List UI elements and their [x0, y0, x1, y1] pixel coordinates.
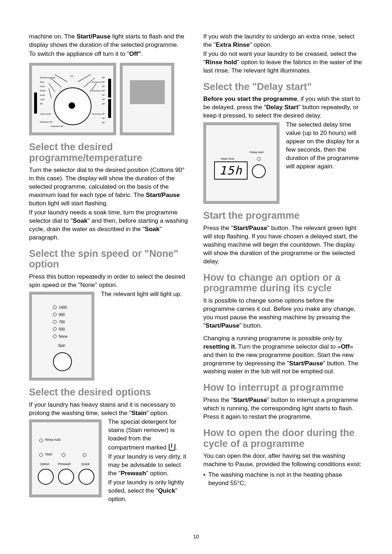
text: .	[176, 444, 178, 451]
dial-label-60: 60°	[102, 85, 105, 87]
stain-label: Stain	[45, 452, 53, 456]
dial-label-off: Off	[70, 75, 73, 77]
dial-label-30b: 30°	[102, 122, 105, 124]
spin-label: 700	[59, 320, 65, 324]
intro-paragraph-1: machine on. The Start/Pause light starts…	[29, 33, 189, 49]
start-paragraph-1: Press the "Start/Pause" button. The rele…	[203, 224, 363, 266]
right-marker-bar-1	[108, 79, 111, 98]
text: The special detergent for stains (Stain …	[108, 418, 176, 451]
bold-before-start: Before you start the programme	[203, 95, 297, 102]
spin-button-label: Spin	[58, 344, 65, 348]
delay-panel: Wash time Delay start 15h	[203, 122, 279, 204]
spin-label: 900	[59, 313, 65, 317]
dial-label-spin: Spin	[40, 81, 44, 83]
spin-paragraph-1: Press this button repeatedly in order to…	[29, 273, 189, 290]
delay-section-wrap: Wash time Delay start 15h The selected d…	[203, 121, 363, 204]
text: button light will start flashing.	[29, 200, 108, 207]
indicator-icon	[53, 305, 57, 309]
bold-start-pause: Start/Pause	[233, 225, 268, 231]
bold-rinse-hold: Rinse hold	[205, 59, 237, 66]
dial-label-econ40: Economy 40°	[92, 90, 105, 92]
text: Turn the programme selector dial to «	[237, 343, 341, 350]
change-paragraph-1: It is possible to change some options be…	[203, 297, 363, 330]
heading-change-option: How to change an option or a programme d…	[203, 272, 363, 294]
right-marker-bar-2	[108, 99, 111, 118]
quick-label: Quick	[81, 462, 90, 466]
wash-time-label: Wash time	[221, 157, 234, 160]
dial-label-drain: Drain	[40, 85, 45, 87]
dial-line	[54, 74, 67, 82]
delay-start-label: Delay start	[250, 151, 264, 154]
indicator-icon	[39, 439, 43, 442]
spin-section-wrap: 1400 900 700 500 None Spin The relevant …	[29, 290, 189, 381]
dial-label-soak: Soak	[40, 94, 45, 96]
bold-stain: Stain	[131, 410, 147, 416]
rinse-hold-paragraph: If you do not want your laundry to be cr…	[203, 50, 363, 75]
text: .	[141, 50, 143, 57]
text: Press the "	[203, 397, 233, 403]
quick-button-icon	[78, 469, 94, 485]
text: To switch the appliance off turn it to "	[29, 50, 129, 57]
indicator-icon	[53, 320, 57, 324]
indicator-icon	[257, 157, 261, 161]
intro-paragraph-2: To switch the appliance off turn it to "…	[29, 50, 189, 58]
spin-option-none: None	[53, 335, 68, 338]
dial-label-90: 90°	[102, 77, 105, 79]
dial-label-40b: 40°	[102, 117, 105, 119]
indicator-icon	[53, 335, 57, 338]
bold-prewash: Prewash	[121, 470, 146, 477]
extra-rinse-paragraph: If you wish the laundry to undergo an ex…	[203, 33, 363, 49]
bullet-text: The washing machine is not in the heatin…	[208, 471, 363, 488]
options-section-wrap: Rinse hold Stain Option Prewash Quick Th…	[29, 418, 189, 504]
two-column-layout: machine on. The Start/Pause light starts…	[29, 33, 363, 504]
manual-page: machine on. The Start/Pause light starts…	[0, 0, 392, 554]
change-paragraph-2: Changing a running programme is possible…	[203, 335, 363, 376]
display-screen-icon	[130, 80, 165, 104]
indicator-icon	[39, 453, 43, 457]
spin-label: None	[59, 335, 68, 338]
text: " option.	[250, 41, 272, 48]
spin-option-900: 900	[53, 313, 65, 317]
heading-select-programme: Select the desired programme/temperature	[29, 142, 189, 163]
prewash-button-icon	[58, 469, 74, 485]
dial-label-30: 30°	[102, 103, 105, 105]
select-programme-paragraph-1: Turn the selector dial to the desired po…	[29, 166, 189, 208]
indicator-icon	[53, 327, 57, 331]
display-panel	[120, 63, 174, 135]
left-column: machine on. The Start/Pause light starts…	[29, 33, 189, 504]
heading-start-programme: Start the programme	[203, 210, 363, 221]
dial-label-econ60: Economy 60°	[92, 81, 105, 83]
bold-quick: Quick	[158, 487, 175, 494]
bold-start-pause: Start/Pause	[77, 33, 111, 40]
dial-line	[50, 78, 61, 87]
door-bullet-1: • The washing machine is not in the heat…	[203, 471, 363, 488]
spin-label: 1400	[59, 305, 67, 309]
bullet-icon: •	[203, 471, 205, 488]
dial-label-del30: Delicates 30°	[40, 121, 53, 123]
spin-label: 500	[59, 327, 65, 331]
dial-label-handwash: Hand wash	[40, 113, 51, 115]
door-paragraph-1: You can open the door, after having set …	[203, 452, 363, 469]
bold-off: Off"	[129, 50, 141, 57]
programme-dial-panel: 30 Minute wash Spin Drain Rinse Soak Col…	[29, 63, 116, 135]
stain-compartment-icon	[169, 444, 175, 451]
interrupt-paragraph-1: Press the "Start/Pause" button to interr…	[203, 396, 363, 421]
right-column: If you wish the laundry to undergo an ex…	[203, 33, 363, 504]
text: " option.	[147, 410, 169, 416]
options-paragraph-1: If your laundry has heavy stains and it …	[29, 401, 189, 418]
heading-delay-start: Select the "Delay start"	[203, 82, 363, 93]
select-programme-paragraph-2: If your laundry needs a soak time, turn …	[29, 209, 189, 242]
option-button-icon	[38, 469, 54, 485]
prewash-label: Prewash	[58, 462, 71, 466]
heading-spin-speed: Select the spin speed or "None" option	[29, 249, 189, 270]
rinse-hold-label: Rinse hold	[45, 438, 61, 442]
page-number: 10	[0, 533, 392, 539]
text: machine on. The	[29, 33, 77, 40]
dial-label-30deg: 30°	[40, 103, 43, 105]
dial-label-rinse: Rinse	[40, 90, 45, 92]
dial-knob-icon	[69, 102, 75, 109]
dial-illustration-row: 30 Minute wash Spin Drain Rinse Soak Col…	[29, 63, 189, 135]
dial-label-50: 50°	[102, 94, 105, 96]
bold-resetting: resetting it.	[203, 343, 237, 350]
dial-label-30min: 30 Minute wash	[40, 77, 55, 79]
